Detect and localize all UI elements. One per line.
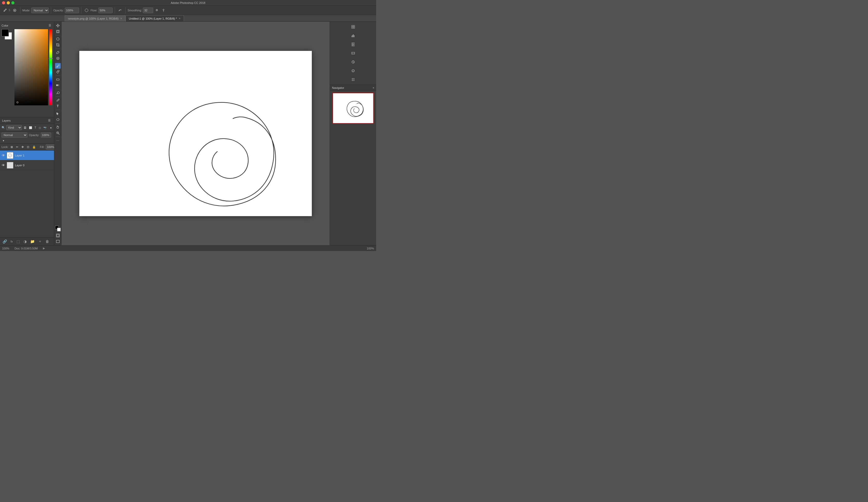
smoothing-input[interactable] — [143, 8, 153, 13]
lock-image-btn[interactable]: ✏ — [15, 145, 19, 149]
filter-type-btn[interactable]: T — [34, 126, 37, 129]
tool-crop[interactable] — [55, 42, 61, 48]
maximize-button[interactable] — [11, 1, 14, 4]
filter-pixel-btn[interactable]: 🖼 — [23, 126, 27, 129]
tool-sep-2 — [55, 49, 60, 49]
tool-type[interactable]: T — [55, 103, 61, 109]
color-gradient-picker[interactable] — [14, 29, 48, 105]
tool-healing[interactable] — [55, 55, 61, 61]
svg-point-0 — [4, 11, 5, 11]
main-canvas[interactable] — [79, 51, 312, 216]
kind-select[interactable]: Kind — [6, 125, 22, 130]
layers-panel-menu[interactable]: ☰ — [47, 118, 52, 123]
hue-slider[interactable] — [49, 29, 52, 105]
tool-move[interactable] — [55, 23, 61, 28]
filter-adjust-btn[interactable]: ⬜ — [28, 126, 33, 129]
flow-input[interactable] — [99, 8, 113, 13]
tool-path-select[interactable] — [55, 111, 61, 116]
flow-pressure-btn[interactable] — [117, 8, 123, 13]
tool-artboard[interactable] — [55, 29, 61, 34]
smoothing-gear-btn[interactable]: ⚙ — [154, 8, 159, 12]
adjustment-btn[interactable]: ◑ — [22, 239, 28, 244]
blend-mode-select[interactable]: Normal Multiply Screen — [1, 133, 28, 138]
new-layer-btn[interactable]: ＋ — [37, 239, 43, 244]
layer-0-vis[interactable]: 👁 — [1, 163, 5, 167]
navigator-preview — [330, 91, 376, 245]
rp-icon-6[interactable] — [350, 67, 357, 74]
color-panel-menu[interactable]: ☰ — [47, 23, 52, 28]
fx-btn[interactable]: fx — [10, 239, 14, 243]
doc-info: Doc: 9.01M/3.50M — [14, 247, 38, 250]
tool-gradient[interactable] — [55, 82, 61, 88]
navigator-title: Navigator — [332, 86, 344, 90]
airbrush-btn[interactable] — [11, 8, 18, 13]
color-swatch-area — [1, 29, 52, 105]
tab-untitled-close[interactable]: ✕ — [178, 17, 180, 20]
pressure-btn[interactable] — [83, 8, 90, 13]
rp-icon-5[interactable] — [350, 59, 357, 65]
status-arrow[interactable]: ▶ — [43, 247, 45, 250]
tool-shape[interactable] — [55, 117, 61, 123]
lock-position-btn[interactable]: ✥ — [21, 145, 24, 149]
tool-lasso[interactable] — [55, 36, 61, 42]
foreground-color[interactable] — [1, 29, 9, 36]
tool-dodge[interactable] — [55, 90, 61, 96]
tool-pen[interactable] — [55, 97, 61, 103]
rp-icon-3[interactable] — [350, 41, 357, 48]
color-panel-header: Color ☰ — [1, 23, 52, 28]
tab-untitled[interactable]: Untitled-1 @ 100% (Layer 1, RGB/8) * ✕ — [125, 15, 184, 21]
svg-rect-9 — [56, 84, 59, 86]
color-panel-title: Color — [1, 24, 8, 27]
opacity-arrow[interactable]: ▼ — [1, 139, 6, 142]
status-bar: 100% Doc: 9.01M/3.50M ▶ 100% — [0, 245, 376, 251]
lock-transparent-btn[interactable]: ⊠ — [10, 145, 14, 149]
rp-icon-4[interactable] — [350, 50, 357, 57]
filter-toggle-btn[interactable]: ● — [49, 126, 52, 129]
lock-label: Lock: — [1, 145, 8, 148]
layer-lock-row: Lock: ⊠ ✏ ✥ ⊡ 🔒 Fill: ▼ — [0, 144, 54, 150]
group-btn[interactable]: 📁 — [29, 239, 36, 244]
lock-all-btn[interactable]: 🔒 — [32, 145, 37, 149]
tool-full-screen[interactable] — [55, 239, 61, 244]
tool-screen-mode[interactable] — [55, 233, 61, 238]
minimize-button[interactable] — [7, 1, 10, 4]
tool-hand[interactable] — [55, 124, 61, 130]
filter-shape-btn[interactable]: ◻ — [38, 126, 42, 129]
tool-eraser[interactable] — [55, 76, 61, 82]
layer-item-0[interactable]: 👁 Layer 0 — [0, 160, 54, 170]
tab-newstyle-close[interactable]: ✕ — [120, 17, 122, 20]
rp-icon-grid[interactable] — [350, 76, 357, 83]
layers-filter-row: 🔍 Kind 🖼 ⬜ T ◻ 📷 ● — [0, 124, 54, 132]
tool-zoom[interactable] — [55, 130, 61, 136]
canvas-wrapper — [69, 30, 322, 238]
close-button[interactable] — [2, 1, 5, 4]
bg-color-mini[interactable] — [57, 228, 61, 231]
layer-opacity-input[interactable] — [41, 133, 51, 138]
opacity-input[interactable] — [65, 8, 79, 13]
rp-icon-1[interactable] — [350, 23, 357, 30]
tab-newstyle[interactable]: newstyle.png @ 100% (Layer 1, RGB/8) ✕ — [65, 15, 125, 21]
svg-rect-19 — [353, 27, 355, 28]
rp-icon-histogram[interactable] — [350, 32, 357, 39]
layer-item-1[interactable]: 👁 Layer 1 — [0, 150, 54, 160]
layer-1-vis[interactable]: 👁 — [1, 154, 5, 158]
tool-brush[interactable] — [55, 63, 61, 69]
tool-clone[interactable] — [55, 69, 61, 75]
navigator-expand[interactable]: ◂ — [373, 86, 374, 90]
svg-rect-8 — [56, 79, 59, 80]
delete-layer-btn[interactable]: 🗑 — [44, 239, 50, 244]
right-panel-icons — [330, 22, 376, 85]
canvas-area[interactable] — [61, 22, 330, 245]
tool-more[interactable]: ··· — [55, 138, 61, 143]
layer-list: 👁 Layer 1 👁 Layer 0 — [0, 150, 54, 237]
link-layers-btn[interactable]: 🔗 — [1, 239, 8, 244]
svg-rect-22 — [353, 34, 354, 37]
add-mask-btn[interactable]: ⬚ — [16, 239, 21, 244]
lock-artboard-btn[interactable]: ⊡ — [26, 145, 30, 149]
tool-eyedropper[interactable] — [55, 50, 61, 55]
nav-canvas-preview[interactable] — [332, 93, 374, 124]
mode-select[interactable]: Normal Multiply Screen — [31, 8, 49, 13]
brush-tool-btn[interactable] — [1, 8, 8, 13]
filter-smart-btn[interactable]: 📷 — [43, 126, 47, 129]
symmetry-btn[interactable] — [161, 8, 167, 13]
